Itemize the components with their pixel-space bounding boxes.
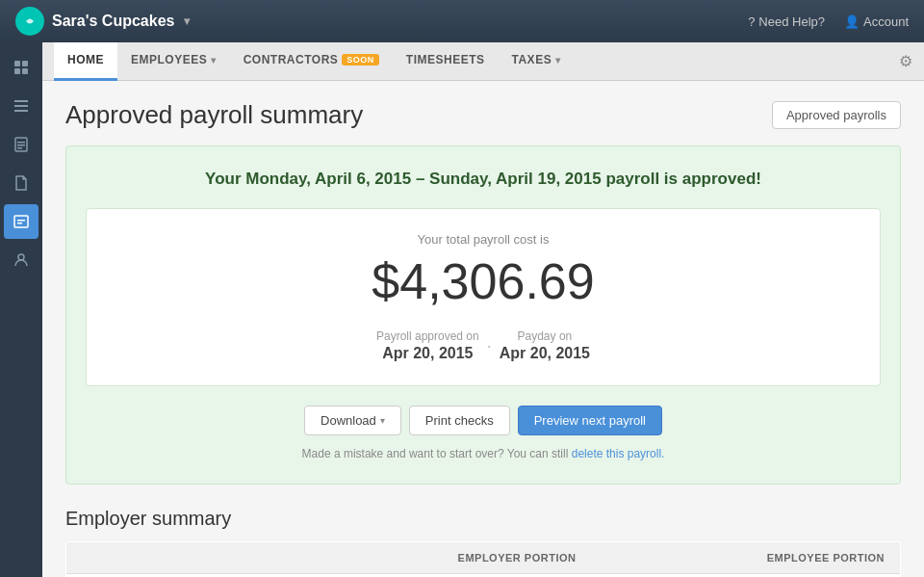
delete-note: Made a mistake and want to start over? Y… bbox=[86, 447, 881, 460]
svg-point-15 bbox=[18, 254, 24, 260]
app-caret-icon[interactable]: ▾ bbox=[184, 14, 190, 28]
top-nav-right: ? Need Help? 👤 Account bbox=[748, 14, 909, 29]
total-label: Your total payroll cost is bbox=[106, 232, 860, 247]
sidebar bbox=[0, 42, 42, 577]
account-icon: 👤 bbox=[844, 14, 860, 29]
svg-rect-6 bbox=[14, 105, 28, 107]
row-employee: 3,923.08 bbox=[591, 574, 900, 578]
date-separator: · bbox=[487, 337, 492, 354]
tab-home[interactable]: Home bbox=[54, 42, 117, 81]
contractors-badge: SOON bbox=[342, 54, 379, 66]
sidebar-item-list[interactable] bbox=[4, 89, 38, 123]
approval-heading: Your Monday, April 6, 2015 – Sunday, Apr… bbox=[86, 170, 881, 189]
sidebar-item-payroll[interactable] bbox=[4, 204, 38, 239]
page-header: Approved payroll summary Approved payrol… bbox=[65, 100, 901, 130]
sidebar-item-reports[interactable] bbox=[4, 127, 38, 162]
total-amount: $4,306.69 bbox=[106, 252, 860, 310]
app-name: Sara's Cupcakes bbox=[52, 13, 174, 30]
payroll-detail-box: Your total payroll cost is $4,306.69 Pay… bbox=[86, 208, 881, 386]
svg-rect-1 bbox=[14, 61, 20, 66]
content-area: Home Employees ▾ Contractors SOON Timesh… bbox=[42, 42, 924, 577]
row-label: Gross wages bbox=[66, 574, 283, 578]
account-link[interactable]: 👤 Account bbox=[844, 14, 909, 29]
payroll-approved-group: Payroll approved on Apr 20, 2015 bbox=[376, 329, 479, 362]
payday-group: Payday on Apr 20, 2015 bbox=[500, 329, 590, 362]
sidebar-item-people[interactable] bbox=[4, 243, 38, 277]
svg-rect-14 bbox=[17, 223, 22, 224]
preview-next-payroll-button[interactable]: Preview next payroll bbox=[518, 406, 662, 435]
approval-box: Your Monday, April 6, 2015 – Sunday, Apr… bbox=[65, 145, 901, 485]
tab-employees[interactable]: Employees ▾ bbox=[117, 42, 230, 81]
app-logo[interactable]: Sara's Cupcakes ▾ bbox=[15, 7, 190, 36]
svg-rect-4 bbox=[22, 68, 28, 74]
svg-rect-11 bbox=[17, 147, 22, 149]
row-employer bbox=[282, 574, 591, 578]
col-header-label bbox=[66, 542, 283, 574]
svg-rect-2 bbox=[22, 61, 28, 66]
taxes-caret-icon: ▾ bbox=[555, 55, 561, 66]
top-nav: Sara's Cupcakes ▾ ? Need Help? 👤 Account bbox=[0, 0, 924, 42]
main-layout: Home Employees ▾ Contractors SOON Timesh… bbox=[0, 42, 924, 577]
sidebar-item-documents[interactable] bbox=[4, 166, 38, 200]
download-button[interactable]: Download ▾ bbox=[304, 406, 401, 435]
svg-rect-9 bbox=[17, 142, 25, 144]
help-link[interactable]: ? Need Help? bbox=[748, 14, 825, 29]
payroll-approved-date: Apr 20, 2015 bbox=[376, 345, 479, 362]
svg-rect-13 bbox=[17, 220, 25, 222]
download-caret-icon: ▾ bbox=[380, 415, 385, 426]
svg-rect-7 bbox=[14, 110, 28, 112]
svg-rect-12 bbox=[14, 216, 28, 227]
payday-date: Apr 20, 2015 bbox=[500, 345, 590, 362]
payday-label: Payday on bbox=[500, 329, 590, 343]
sidebar-item-dashboard[interactable] bbox=[4, 50, 38, 85]
payroll-approved-label: Payroll approved on bbox=[376, 329, 479, 343]
employer-summary-title: Employer summary bbox=[65, 508, 901, 530]
action-buttons: Download ▾ Print checks Preview next pay… bbox=[86, 406, 881, 435]
table-header-row: EMPLOYER PORTION EMPLOYEE PORTION bbox=[66, 542, 901, 574]
delete-payroll-link[interactable]: delete this payroll. bbox=[572, 447, 665, 460]
logo-icon bbox=[15, 7, 44, 36]
settings-icon[interactable]: ⚙ bbox=[899, 52, 912, 70]
svg-rect-5 bbox=[14, 100, 28, 102]
page-content: Approved payroll summary Approved payrol… bbox=[42, 81, 924, 577]
tab-taxes[interactable]: Taxes ▾ bbox=[499, 42, 575, 81]
print-checks-button[interactable]: Print checks bbox=[409, 406, 510, 435]
table-row: Gross wages 3,923.08 bbox=[66, 574, 901, 578]
svg-rect-10 bbox=[17, 144, 25, 146]
help-icon: ? bbox=[748, 14, 755, 29]
summary-table: EMPLOYER PORTION EMPLOYEE PORTION Gross … bbox=[65, 541, 901, 577]
dates-row: Payroll approved on Apr 20, 2015 · Payda… bbox=[106, 329, 860, 362]
tab-bar: Home Employees ▾ Contractors SOON Timesh… bbox=[42, 42, 924, 81]
employer-summary: Employer summary EMPLOYER PORTION EMPLOY… bbox=[65, 508, 901, 577]
col-header-employee: EMPLOYEE PORTION bbox=[591, 542, 900, 574]
employees-caret-icon: ▾ bbox=[211, 55, 217, 66]
col-header-employer: EMPLOYER PORTION bbox=[282, 542, 591, 574]
page-title: Approved payroll summary bbox=[65, 100, 363, 130]
tab-contractors[interactable]: Contractors SOON bbox=[230, 42, 393, 81]
svg-rect-3 bbox=[14, 68, 20, 74]
approved-payrolls-button[interactable]: Approved payrolls bbox=[772, 101, 901, 129]
tab-timesheets[interactable]: Timesheets bbox=[393, 42, 499, 81]
